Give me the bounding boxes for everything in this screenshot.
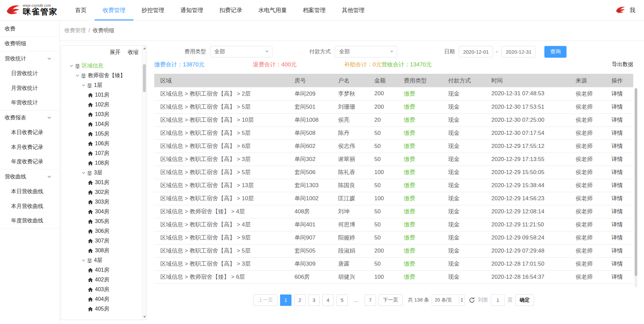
scroll-up-icon[interactable] (143, 47, 146, 49)
tree-caret-icon[interactable] (76, 74, 79, 77)
tree-caret-icon[interactable] (82, 259, 85, 262)
page-number-button[interactable]: 5 (336, 294, 348, 306)
brand-logo[interactable]: www.csyndb.com 咪雀管家 (0, 3, 58, 17)
tree-node[interactable]: 1层 (61, 80, 147, 90)
detail-link[interactable]: 详情 (605, 113, 633, 126)
detail-link[interactable]: 详情 (605, 153, 633, 166)
refresh-button[interactable] (469, 297, 475, 304)
tree-node[interactable]: 306房 (61, 226, 147, 236)
detail-link[interactable]: 详情 (605, 257, 633, 270)
breadcrumb-parent[interactable]: 收费管理 (64, 27, 86, 34)
nav-item[interactable]: 抄控管理 (133, 0, 172, 20)
detail-link[interactable]: 详情 (605, 218, 633, 231)
tree-node[interactable]: 308房 (61, 246, 147, 256)
tree-node[interactable]: 301房 (61, 178, 147, 187)
tree-node[interactable]: 402房 (61, 275, 147, 285)
page-number-button[interactable]: 4 (322, 294, 334, 306)
tree-node[interactable]: 101房 (61, 90, 147, 100)
tree-node[interactable]: 3层 (61, 168, 147, 178)
tree-node[interactable]: 教师宿舍【矮】 (61, 71, 147, 80)
detail-link[interactable]: 详情 (605, 205, 633, 218)
detail-link[interactable]: 详情 (605, 166, 633, 179)
tree-caret-icon[interactable] (82, 172, 85, 174)
search-button[interactable]: 查询 (544, 46, 567, 58)
collapse-all-button[interactable]: 收缩 (128, 49, 139, 56)
user-menu[interactable]: 我 (630, 6, 635, 14)
nav-item[interactable]: 通知管理 (172, 0, 211, 20)
sidebar-item[interactable]: 收费 (0, 22, 59, 37)
sidebar-item[interactable]: 本日收费记录 (0, 125, 59, 140)
sidebar-item[interactable]: 营收统计 (0, 51, 59, 66)
sidebar-item[interactable]: 收费明细 (0, 37, 59, 51)
next-page-button[interactable]: 下一页 (379, 294, 402, 306)
tree-node[interactable]: 304房 (61, 207, 147, 217)
nav-item[interactable]: 扣费记录 (211, 0, 250, 20)
tree-caret-icon[interactable] (70, 65, 73, 67)
export-data-button[interactable]: 导出数据 (612, 61, 633, 68)
date-end-input[interactable] (501, 46, 536, 57)
tree-node[interactable]: 4层 (61, 256, 147, 265)
nav-item[interactable]: 其他管理 (334, 0, 373, 20)
tree-node[interactable]: 302房 (61, 187, 147, 197)
tree-node[interactable]: 103房 (61, 110, 147, 119)
tree-scrollbar-thumb[interactable] (143, 64, 146, 92)
detail-link[interactable]: 详情 (605, 100, 633, 113)
sidebar-item[interactable]: 本月收费记录 (0, 140, 59, 155)
content-scrollbar[interactable] (635, 88, 637, 287)
sidebar-item[interactable]: 月营收统计 (0, 81, 59, 96)
tree-node[interactable]: 307房 (61, 236, 147, 246)
detail-link[interactable]: 详情 (605, 231, 633, 244)
tree-scrollbar[interactable] (142, 46, 147, 320)
detail-link[interactable]: 详情 (605, 87, 633, 100)
page-number-button[interactable]: … (351, 294, 362, 306)
table-row: 区域信息 > 教职工宿舍【高】 > 5层 单间508 陈丹 50 缴费 现金 2… (154, 126, 633, 140)
sidebar-item[interactable]: 年度收费记录 (0, 155, 59, 169)
sidebar-item[interactable]: 本日营收曲线 (0, 184, 59, 199)
detail-link[interactable]: 详情 (605, 270, 633, 283)
cell-fee-type: 缴费 (398, 179, 442, 192)
tree-node[interactable]: 105房 (61, 129, 147, 139)
tree-node[interactable]: 106房 (61, 139, 147, 149)
sidebar-item[interactable]: 收费报表 (0, 110, 59, 125)
scroll-down-icon[interactable] (143, 316, 146, 318)
tree-node[interactable]: 401房 (61, 265, 147, 275)
tree-node[interactable]: 108房 (61, 158, 147, 168)
tree-node[interactable]: 403房 (61, 285, 147, 294)
page-number-button[interactable]: 1 (280, 294, 291, 306)
fee-type-select[interactable]: 全部 (210, 46, 272, 57)
page-number-button[interactable]: 7 (365, 294, 376, 306)
detail-link[interactable]: 详情 (605, 140, 633, 153)
page-size-select[interactable]: 20 条/页 (432, 294, 465, 306)
sidebar-item[interactable]: 营收曲线 (0, 169, 59, 184)
sidebar-item[interactable]: 年度营收曲线 (0, 214, 59, 228)
sidebar-item[interactable]: 年营收统计 (0, 96, 59, 110)
detail-link[interactable]: 详情 (605, 192, 633, 205)
pay-method-select[interactable]: 全部 (335, 46, 397, 57)
detail-link[interactable]: 详情 (605, 244, 633, 257)
page-number-button[interactable]: 3 (308, 294, 320, 306)
tree-node[interactable]: 404房 (61, 294, 147, 304)
tree-node[interactable]: 区域信息 (61, 61, 147, 71)
content-scrollbar-thumb[interactable] (635, 88, 637, 276)
nav-item[interactable]: 档案管理 (295, 0, 334, 20)
tree-node[interactable]: 303房 (61, 197, 147, 207)
tree-node[interactable]: 102房 (61, 100, 147, 110)
tree-node[interactable]: 107房 (61, 149, 147, 158)
tree-node[interactable]: 305房 (61, 217, 147, 226)
sidebar-item[interactable]: 本月营收曲线 (0, 199, 59, 214)
nav-item[interactable]: 首页 (67, 0, 95, 20)
page-number-button[interactable]: 2 (294, 294, 306, 306)
date-start-input[interactable] (459, 46, 493, 57)
nav-item[interactable]: 收费管理 (95, 0, 133, 20)
sidebar-item[interactable]: 日营收统计 (0, 66, 59, 81)
confirm-button[interactable]: 确定 (515, 294, 534, 306)
expand-all-button[interactable]: 展开 (110, 49, 120, 56)
goto-page-input[interactable] (491, 294, 505, 306)
tree-node[interactable]: 104房 (61, 119, 147, 129)
tree-caret-icon[interactable] (82, 84, 85, 87)
detail-link[interactable]: 详情 (605, 179, 633, 192)
detail-link[interactable]: 详情 (605, 126, 633, 140)
nav-item[interactable]: 水电气用量 (250, 0, 295, 20)
prev-page-button[interactable]: 上一页 (254, 294, 277, 306)
tree-node[interactable]: 405房 (61, 304, 147, 314)
